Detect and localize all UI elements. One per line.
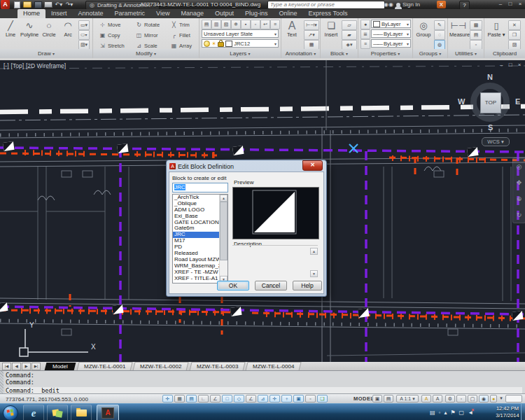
tab-annotate[interactable]: Annotate (73, 9, 109, 18)
snap-mode-toggle[interactable]: ▦ (174, 395, 185, 402)
workspace-gear-icon[interactable]: ⚙ (445, 395, 455, 402)
search-icon[interactable]: ◉◉ (384, 1, 393, 8)
ellipse-button[interactable]: ⬭▾ (78, 30, 90, 40)
text-button[interactable]: AText (283, 20, 301, 48)
measure-button[interactable]: ⊢⊣Measure (449, 20, 468, 48)
cut-button[interactable]: ✕ (508, 20, 521, 30)
layout-quickview-icon[interactable]: ▣ (372, 395, 382, 402)
layer-isolate-icon[interactable]: ▧ (221, 20, 231, 29)
group-button[interactable]: ◎Group (414, 20, 433, 48)
wcs-dropdown[interactable]: WCS ▾ (482, 137, 510, 146)
scroll-up-icon[interactable]: ▲ (220, 195, 227, 202)
autoscale-icon[interactable]: A (433, 395, 442, 402)
ortho-mode-toggle[interactable]: ∟ (198, 395, 209, 402)
move-button[interactable]: ⊹Move (99, 20, 120, 29)
object-color-dropdown[interactable]: ByLayer▾ (371, 20, 411, 28)
lineweight-list-icon[interactable]: ≣ (360, 29, 370, 39)
description-scrollbar[interactable]: ▲ ▼ (310, 248, 318, 277)
taskbar-explorer-button[interactable] (71, 405, 92, 420)
linetype-dropdown[interactable]: ——ByLayer▾ (371, 29, 411, 38)
line-button[interactable]: ╱Line (1, 20, 20, 48)
panel-label-groups[interactable]: Groups ▾ (413, 49, 447, 58)
help-button[interactable]: Help (293, 281, 322, 290)
taskbar-autocad-button[interactable]: A (97, 405, 119, 420)
command-window-grip[interactable] (0, 371, 4, 394)
fillet-button[interactable]: ╭Fillet (170, 31, 190, 40)
copy-button[interactable]: ▣Copy (99, 31, 120, 40)
panel-label-utilities[interactable]: Utilities ▾ (448, 49, 484, 58)
zoom-icon[interactable]: ⊕ (517, 195, 522, 202)
object-snap-toggle[interactable]: □ (222, 395, 232, 402)
layer-off-icon[interactable]: ▥ (211, 20, 221, 29)
command-window[interactable]: Command:Command: Command: _bedit (0, 370, 525, 394)
status-lightbulb-icon[interactable]: ● (490, 395, 497, 402)
quick-properties-toggle[interactable]: ▫ (305, 395, 316, 402)
arc-button[interactable]: ◠Arc (59, 20, 77, 48)
viewcube-south[interactable]: S (488, 123, 493, 132)
prev-tab-icon[interactable]: ◀ (12, 363, 21, 370)
define-attribute-button[interactable]: ◈▾ (342, 40, 357, 50)
panel-label-draw[interactable]: Draw ▾ (0, 49, 92, 58)
open-icon[interactable] (23, 1, 31, 8)
exchange-apps-icon[interactable]: X (437, 1, 446, 8)
new-icon[interactable] (13, 1, 21, 8)
panel-label-modify[interactable]: Modify ▾ (93, 49, 199, 58)
taskbar-clock[interactable]: 12:42 PM 3/17/2014 (493, 405, 522, 419)
copy-clip-button[interactable]: ❐ (508, 30, 521, 40)
dynamic-ucs-toggle[interactable]: ⊿ (258, 395, 268, 402)
restore-button[interactable]: □ (505, 0, 515, 8)
sign-in-button[interactable]: Sign In (396, 1, 420, 8)
panel-label-block[interactable]: Block ▾ (321, 49, 358, 58)
layer-prev-icon[interactable]: ↩ (260, 20, 270, 29)
pan-icon[interactable]: ✥ (517, 179, 522, 186)
viewcube-top-face[interactable]: TOP (480, 92, 501, 113)
dimension-button[interactable]: ⊢⊣▾ (304, 20, 319, 30)
lineweight-dropdown[interactable]: ——ByLayer▾ (371, 39, 411, 48)
viewcube[interactable]: N S W E TOP (462, 73, 521, 132)
edit-attributes-button[interactable]: ▰ (342, 30, 357, 40)
ungroup-button[interactable]: ◌ (434, 30, 445, 40)
selection-cycling-toggle[interactable]: ❏ (317, 395, 328, 402)
grid-display-toggle[interactable]: ▤ (186, 395, 197, 402)
3d-object-snap-toggle[interactable]: ◇ (234, 395, 244, 402)
action-center-flag-icon[interactable]: ⚑ (450, 410, 455, 416)
tab-insert[interactable]: Insert (46, 9, 73, 18)
next-tab-icon[interactable]: ▶ (22, 363, 31, 370)
show-desktop-button[interactable] (521, 404, 525, 420)
tab-view[interactable]: View (150, 9, 175, 18)
ok-button[interactable]: OK (217, 281, 249, 290)
model-tab[interactable]: Model (45, 363, 76, 370)
tab-home[interactable]: Home (18, 9, 46, 18)
hardware-accel-icon[interactable]: ▢ (468, 395, 477, 402)
tab-express-tools[interactable]: Express Tools (303, 9, 354, 18)
layer-dropdown[interactable]: ☀ JRC12▾ (202, 39, 279, 48)
edit-block-button[interactable]: ▱ (342, 20, 357, 30)
list-scrollbar[interactable]: ▲ ▼ (219, 195, 227, 283)
drawing-quickview-icon[interactable]: ▤ (384, 395, 393, 402)
block-name-input[interactable]: JRC (172, 183, 228, 192)
tray-app-icon[interactable]: ◦ (439, 410, 441, 416)
drawing-window-controls[interactable]: – □ × (500, 62, 523, 68)
tab-parametric[interactable]: Parametric (109, 9, 151, 18)
leader-button[interactable]: ↗▾ (304, 30, 319, 40)
infer-constraints-toggle[interactable]: ✛ (162, 395, 173, 402)
layout-tab-0001[interactable]: MZW-TE-L-0001 (76, 362, 133, 371)
save-icon[interactable] (34, 1, 42, 8)
view-menu[interactable]: [Top] (11, 62, 24, 69)
taskbar-notes-button[interactable] (47, 405, 68, 420)
viewport-menu[interactable]: [-] (4, 62, 9, 69)
description-area[interactable]: ▲ ▼ (232, 246, 318, 279)
dynamic-input-toggle[interactable]: ✛ (270, 395, 280, 402)
orbit-icon[interactable]: ↻ (517, 211, 522, 218)
layer-properties-icon[interactable]: ▤ (202, 20, 211, 29)
quick-calc-button[interactable]: ▤ (470, 30, 482, 40)
printer-tray-icon[interactable]: ▤ (430, 410, 435, 416)
viewcube-north[interactable]: N (487, 73, 493, 81)
tab-manage[interactable]: Manage (175, 9, 209, 18)
viewcube-east[interactable]: E (515, 97, 520, 106)
group-edit-button[interactable]: ✎ (434, 20, 445, 30)
id-point-button[interactable]: ▫ (470, 40, 482, 50)
taskbar-ie-button[interactable]: e (23, 405, 44, 420)
mirror-button[interactable]: ◫Mirror (135, 31, 158, 40)
autocad-app-icon[interactable]: A (1, 0, 10, 9)
